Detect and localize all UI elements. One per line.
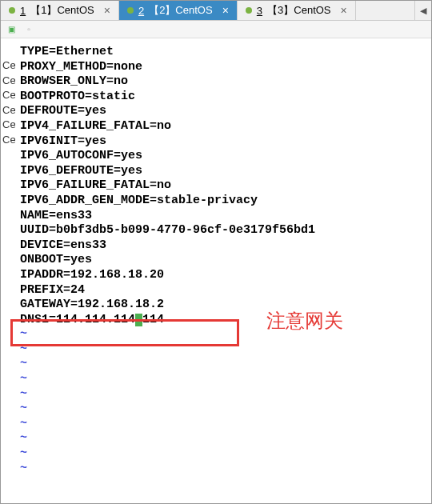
gutter-label: Ce — [1, 74, 16, 89]
status-dot-icon — [127, 7, 134, 14]
tab-num: 3 — [257, 5, 262, 17]
status-dot-icon — [246, 7, 252, 14]
gutter-labels: Ce Ce Ce Ce Ce Ce — [1, 58, 16, 148]
config-line: NAME=ens33 — [20, 209, 430, 224]
gutter-label: Ce — [1, 118, 16, 133]
vim-tilde: ~ — [20, 327, 430, 342]
config-line-gateway: GATEWAY=192.168.18.2 — [20, 298, 430, 313]
tab-spacer — [356, 1, 415, 20]
gutter-label: Ce — [1, 133, 16, 148]
config-line: BOOTPROTO=static — [20, 90, 430, 105]
toolbar: ▣ ▫ — [1, 21, 431, 38]
tab-bar: 1 【1】CentOS × 2 【2】CentOS × 3 【3】CentOS … — [1, 1, 431, 21]
vim-tilde: ~ — [20, 446, 430, 462]
tab-3[interactable]: 3 【3】CentOS × — [238, 1, 356, 20]
toolbar-icon[interactable]: ▫ — [22, 22, 36, 37]
config-line: ONBOOT=yes — [20, 253, 430, 268]
tab-label: 【3】CentOS — [267, 3, 330, 18]
vim-tilde: ~ — [20, 462, 430, 477]
tab-label: 【1】CentOS — [30, 3, 94, 18]
close-icon[interactable]: × — [341, 4, 347, 17]
vim-tilde: ~ — [20, 402, 430, 417]
config-line: TYPE=Ethernet — [20, 45, 430, 60]
close-icon[interactable]: × — [222, 4, 229, 17]
vim-tilde: ~ — [20, 417, 430, 432]
tab-2[interactable]: 2 【2】CentOS × — [119, 1, 238, 20]
toolbar-folder-icon[interactable]: ▣ — [4, 22, 18, 37]
config-line: IPV6_AUTOCONF=yes — [20, 149, 430, 164]
tab-num: 1 — [20, 5, 26, 17]
cursor-icon — [135, 314, 142, 326]
config-line: UUID=b0bf3db5-b099-4770-96cf-0e3179f56bd… — [20, 223, 430, 238]
editor-content[interactable]: TYPE=Ethernet PROXY_METHOD=none BROWSER_… — [15, 38, 430, 502]
config-line: IPV6INIT=yes — [20, 134, 430, 150]
tab-num: 2 — [138, 5, 144, 17]
config-line: IPADDR=192.168.18.20 — [20, 268, 430, 283]
config-line: IPV6_DEFROUTE=yes — [20, 164, 430, 179]
status-dot-icon — [9, 7, 15, 14]
gutter-label: Ce — [1, 58, 16, 74]
config-line: IPV4_FAILURE_FATAL=no — [20, 119, 430, 134]
config-line: PROXY_METHOD=none — [20, 60, 430, 75]
vim-tilde: ~ — [20, 387, 430, 402]
config-line: IPV6_ADDR_GEN_MODE=stable-privacy — [20, 194, 430, 209]
config-line: DEVICE=ens33 — [20, 238, 430, 254]
config-line: PREFIX=24 — [20, 283, 430, 298]
tab-1[interactable]: 1 【1】CentOS × — [1, 1, 119, 20]
close-icon[interactable]: × — [104, 4, 110, 17]
vim-tilde: ~ — [20, 357, 430, 372]
gutter-label: Ce — [1, 103, 16, 118]
config-line-cursor: DNS1=114.114.114.114 — [20, 313, 430, 328]
vim-tilde: ~ — [20, 372, 430, 387]
config-line: IPV6_FAILURE_FATAL=no — [20, 178, 430, 194]
config-line: DEFROUTE=yes — [20, 104, 430, 119]
config-line: BROWSER_ONLY=no — [20, 74, 430, 90]
tab-scroll-left-icon[interactable]: ◀ — [415, 1, 431, 20]
annotation-text: 注意网关 — [266, 308, 343, 334]
vim-tilde: ~ — [20, 431, 430, 446]
gutter-label: Ce — [1, 88, 16, 103]
tab-label: 【2】CentOS — [149, 3, 212, 18]
vim-tilde: ~ — [20, 342, 430, 358]
